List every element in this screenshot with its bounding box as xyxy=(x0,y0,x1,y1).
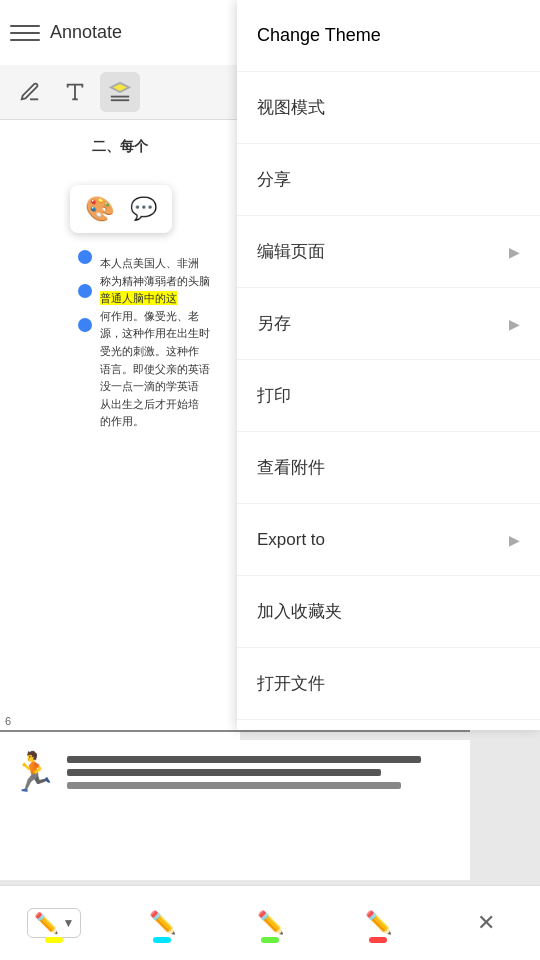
menu-item-print[interactable]: 打印 xyxy=(237,360,540,432)
doc-line-3: 何作用。像受光、老 xyxy=(100,308,240,326)
doc-line-9: 的作用。 xyxy=(100,413,240,431)
menu-item-print-label: 打印 xyxy=(257,384,291,407)
close-toolbar-button[interactable]: ✕ xyxy=(459,896,514,951)
second-page-lines xyxy=(67,750,460,795)
cyan-color-indicator xyxy=(153,937,171,943)
menu-item-save-as-label: 另存 xyxy=(257,312,291,335)
second-page: 🏃 xyxy=(0,740,470,880)
menu-item-add-favorites[interactable]: 加入收藏夹 xyxy=(237,576,540,648)
pen-tool-button[interactable] xyxy=(10,72,50,112)
menu-item-change-theme-label: Change Theme xyxy=(257,25,381,46)
doc-line-highlighted: 普通人脑中的这 xyxy=(100,290,240,308)
annotation-dot-1 xyxy=(78,250,92,264)
doc-heading: 二、每个 xyxy=(10,135,230,157)
chevron-down-icon: ▼ xyxy=(63,916,75,930)
menu-item-edit-page-label: 编辑页面 xyxy=(257,240,325,263)
annotation-dot-2 xyxy=(78,284,92,298)
toolbar-title: Annotate xyxy=(50,22,122,43)
page-divider xyxy=(0,730,470,732)
menu-item-view-attachments-label: 查看附件 xyxy=(257,456,325,479)
menu-item-export-to-label: Export to xyxy=(257,530,325,550)
doc-line-2: 称为精神薄弱者的头脑 xyxy=(100,273,240,291)
annotation-toolbar xyxy=(0,65,240,120)
highlight-yellow-tool[interactable]: ✏️ ▼ xyxy=(27,896,82,951)
menu-item-open-file-label: 打开文件 xyxy=(257,672,325,695)
highlight-red-tool[interactable]: ✏️ xyxy=(351,896,406,951)
menu-item-change-theme[interactable]: Change Theme xyxy=(237,0,540,72)
doc-text-block: 本人点美国人、非洲 称为精神薄弱者的头脑 普通人脑中的这 何作用。像受光、老 源… xyxy=(100,255,240,431)
annotation-popup: 🎨 💬 xyxy=(70,185,172,233)
comment-icon[interactable]: 💬 xyxy=(130,196,157,222)
annotation-dots xyxy=(78,250,92,332)
highlight-tool-button[interactable] xyxy=(100,72,140,112)
palette-icon[interactable]: 🎨 xyxy=(85,195,115,223)
yellow-color-indicator xyxy=(45,937,63,943)
menu-item-save-as[interactable]: 另存 ▶ xyxy=(237,288,540,360)
hamburger-menu-icon[interactable] xyxy=(10,18,40,48)
highlight-cyan-tool[interactable]: ✏️ xyxy=(135,896,190,951)
dropdown-menu: Change Theme 视图模式 分享 编辑页面 ▶ 另存 ▶ 打印 查看附件… xyxy=(237,0,540,730)
menu-item-open-file[interactable]: 打开文件 xyxy=(237,648,540,720)
figure-icon: 🏃 xyxy=(10,750,57,794)
highlight-red-icon: ✏️ xyxy=(365,910,392,936)
chevron-right-export-icon: ▶ xyxy=(509,532,520,548)
doc-line-1: 本人点美国人、非洲 xyxy=(100,255,240,273)
menu-item-view-attachments[interactable]: 查看附件 xyxy=(237,432,540,504)
doc-line-8: 从出生之后才开始培 xyxy=(100,396,240,414)
menu-item-view-mode-label: 视图模式 xyxy=(257,96,325,119)
highlight-cyan-icon: ✏️ xyxy=(149,910,176,936)
close-icon: ✕ xyxy=(477,910,495,936)
top-toolbar: Annotate xyxy=(0,0,240,65)
doc-line-7: 没一点一滴的学英语 xyxy=(100,378,240,396)
doc-line-4: 源，这种作用在出生时 xyxy=(100,325,240,343)
annotation-dot-3 xyxy=(78,318,92,332)
menu-item-view-mode[interactable]: 视图模式 xyxy=(237,72,540,144)
red-color-indicator xyxy=(369,937,387,943)
main-content: Annotate 二、每个 🎨 xyxy=(0,0,540,960)
chevron-right-save-as-icon: ▶ xyxy=(509,316,520,332)
highlight-green-tool[interactable]: ✏️ xyxy=(243,896,298,951)
highlight-green-icon: ✏️ xyxy=(257,910,284,936)
menu-item-share-label: 分享 xyxy=(257,168,291,191)
menu-item-add-favorites-label: 加入收藏夹 xyxy=(257,600,342,623)
page-number: 6 xyxy=(5,715,11,727)
green-color-indicator xyxy=(261,937,279,943)
chevron-right-edit-page-icon: ▶ xyxy=(509,244,520,260)
text-tool-button[interactable] xyxy=(55,72,95,112)
highlight-pencil-icon: ✏️ xyxy=(34,911,59,935)
menu-item-export-to[interactable]: Export to ▶ xyxy=(237,504,540,576)
doc-line-6: 语言。即使父亲的英语 xyxy=(100,361,240,379)
bottom-toolbar: ✏️ ▼ ✏️ ✏️ ✏️ ✕ xyxy=(0,885,540,960)
menu-item-edit-page[interactable]: 编辑页面 ▶ xyxy=(237,216,540,288)
doc-line-5: 受光的刺激。这种作 xyxy=(100,343,240,361)
menu-item-share[interactable]: 分享 xyxy=(237,144,540,216)
